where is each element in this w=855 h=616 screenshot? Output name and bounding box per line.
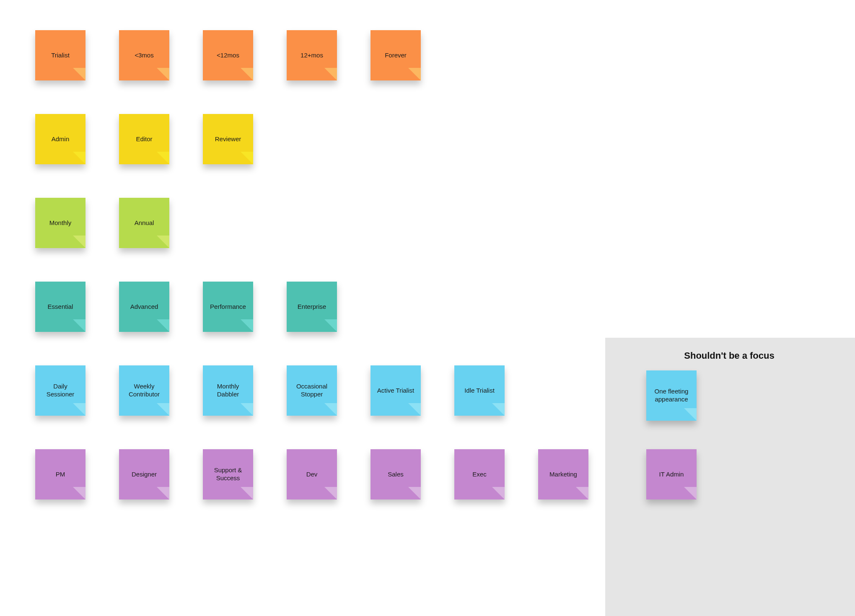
- note-text: Idle Trialist: [464, 387, 495, 395]
- note-text: Enterprise: [298, 303, 326, 311]
- sticky-note[interactable]: One fleeting appearance: [646, 370, 697, 421]
- sticky-note[interactable]: Performance: [203, 282, 253, 332]
- not-focus-title: Shouldn't be a focus: [637, 350, 821, 361]
- note-text: Weekly Contributor: [122, 383, 166, 399]
- sticky-note[interactable]: <12mos: [203, 30, 253, 80]
- sticky-note[interactable]: Sales: [370, 449, 421, 500]
- sticky-note[interactable]: Reviewer: [203, 114, 253, 164]
- note-text: <12mos: [217, 52, 239, 60]
- sticky-note[interactable]: Marketing: [538, 449, 588, 500]
- note-text: Support & Success: [206, 466, 250, 482]
- note-text: Active Trialist: [377, 387, 414, 395]
- note-text: PM: [56, 471, 65, 479]
- note-text: Occasional Stopper: [290, 383, 334, 399]
- note-text: Advanced: [130, 303, 158, 311]
- note-text: Dev: [306, 471, 318, 479]
- sticky-note[interactable]: Designer: [119, 449, 169, 500]
- note-text: <3mos: [135, 52, 153, 60]
- note-text: Marketing: [549, 471, 577, 479]
- sticky-note[interactable]: <3mos: [119, 30, 169, 80]
- note-text: Sales: [388, 471, 404, 479]
- note-text: Trialist: [51, 52, 70, 60]
- note-text: Essential: [48, 303, 73, 311]
- sticky-note[interactable]: Essential: [35, 282, 86, 332]
- sticky-note[interactable]: Admin: [35, 114, 86, 164]
- sticky-note[interactable]: Active Trialist: [370, 365, 421, 416]
- sticky-note[interactable]: PM: [35, 449, 86, 500]
- note-text: Performance: [210, 303, 246, 311]
- sticky-note[interactable]: Annual: [119, 198, 169, 248]
- whiteboard-canvas[interactable]: Shouldn't be a focus Trialist <3mos <12m…: [0, 0, 855, 616]
- sticky-note[interactable]: Support & Success: [203, 449, 253, 500]
- note-text: Annual: [135, 219, 154, 227]
- note-text: Monthly: [49, 219, 72, 227]
- note-text: One fleeting appearance: [650, 388, 693, 404]
- sticky-note[interactable]: Monthly: [35, 198, 86, 248]
- note-text: IT Admin: [659, 471, 684, 479]
- note-text: Exec: [472, 471, 486, 479]
- note-text: Editor: [136, 135, 152, 143]
- note-text: Admin: [52, 135, 70, 143]
- note-text: Designer: [132, 471, 157, 479]
- sticky-note[interactable]: Occasional Stopper: [287, 365, 337, 416]
- sticky-note[interactable]: Editor: [119, 114, 169, 164]
- sticky-note[interactable]: 12+mos: [287, 30, 337, 80]
- not-focus-panel: [605, 338, 855, 616]
- sticky-note[interactable]: IT Admin: [646, 449, 697, 500]
- sticky-note[interactable]: Dev: [287, 449, 337, 500]
- note-text: Daily Sessioner: [39, 383, 82, 399]
- note-text: Monthly Dabbler: [206, 383, 250, 399]
- note-text: Forever: [385, 52, 407, 60]
- sticky-note[interactable]: Advanced: [119, 282, 169, 332]
- sticky-note[interactable]: Exec: [454, 449, 505, 500]
- note-text: Reviewer: [215, 135, 241, 143]
- sticky-note[interactable]: Forever: [370, 30, 421, 80]
- sticky-note[interactable]: Trialist: [35, 30, 86, 80]
- sticky-note[interactable]: Idle Trialist: [454, 365, 505, 416]
- sticky-note[interactable]: Monthly Dabbler: [203, 365, 253, 416]
- sticky-note[interactable]: Daily Sessioner: [35, 365, 86, 416]
- sticky-note[interactable]: Weekly Contributor: [119, 365, 169, 416]
- note-text: 12+mos: [301, 52, 323, 60]
- sticky-note[interactable]: Enterprise: [287, 282, 337, 332]
